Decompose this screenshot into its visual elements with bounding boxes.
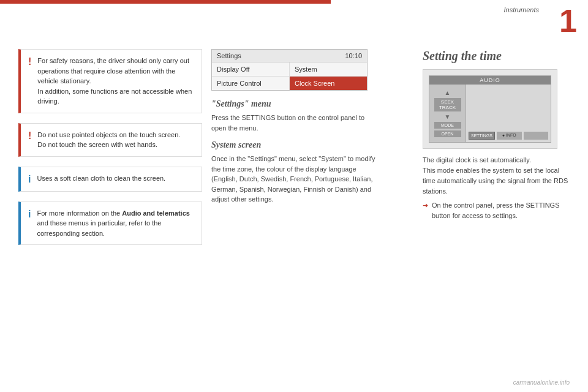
radio-buttons-area: ▲ SEEKTRACK ▼ MODE OPEN SETTINGS ● INFO: [429, 85, 551, 142]
settings-row-1: Display Off System: [212, 62, 367, 77]
open-button[interactable]: OPEN: [434, 130, 461, 137]
danger-icon-2: !: [28, 130, 31, 141]
info-icon-1: i: [28, 174, 31, 185]
warning-text-3: Uses a soft clean cloth to clean the scr…: [37, 173, 165, 184]
right-title: Setting the time: [423, 49, 570, 63]
extra-button[interactable]: [524, 132, 549, 140]
system-screen-title: System screen: [211, 140, 377, 150]
settings-cell-system: System: [290, 62, 367, 76]
settings-cell-clock-screen: Clock Screen: [290, 77, 367, 90]
seek-track-button[interactable]: SEEKTRACK: [434, 98, 461, 111]
radio-right-panel: SETTINGS ● INFO: [466, 85, 551, 142]
warning-box-2: ! Do not use pointed objects on the touc…: [18, 123, 202, 157]
settings-row-2: Picture Control Clock Screen: [212, 77, 367, 90]
arrow-point-text: On the control panel, press the SETTINGS…: [432, 200, 570, 221]
arrow-point: ➜ On the control panel, press the SETTIN…: [423, 200, 570, 221]
warning-box-4: i For more information on the Audio and …: [18, 202, 202, 246]
watermark: carmanualonline.info: [513, 379, 570, 386]
warning-box-3: i Uses a soft clean cloth to clean the s…: [18, 167, 202, 192]
arrow-down-icon: ▼: [445, 113, 451, 120]
settings-button[interactable]: SETTINGS: [469, 132, 495, 140]
system-screen-body: Once in the "Settings" menu, select "Sys…: [211, 154, 377, 205]
top-label: Instruments: [504, 6, 539, 13]
warning-text-4: For more information on the Audio and te…: [37, 208, 194, 239]
warning-text-2: Do not use pointed objects on the touch …: [37, 130, 180, 150]
settings-cell-display-off: Display Off: [212, 62, 290, 76]
right-column: Setting the time AUDIO ▲ SEEKTRACK ▼ MOD…: [423, 49, 570, 221]
mode-button[interactable]: MODE: [434, 122, 461, 129]
radio-audio-label: AUDIO: [429, 76, 551, 85]
top-red-bar: [0, 0, 331, 4]
settings-header-right: 10:10: [345, 52, 362, 59]
middle-column: Settings 10:10 Display Off System Pictur…: [211, 49, 377, 212]
info-button[interactable]: ● INFO: [497, 132, 522, 140]
settings-header: Settings 10:10: [212, 50, 367, 62]
warning-text-1: For safety reasons, the driver should on…: [37, 56, 194, 107]
warning-box-1: ! For safety reasons, the driver should …: [18, 49, 202, 113]
settings-menu-body: Press the SETTINGS button on the control…: [211, 113, 377, 133]
chapter-number: 1: [559, 5, 577, 37]
settings-cell-picture-control: Picture Control: [212, 77, 290, 90]
radio-left-panel: ▲ SEEKTRACK ▼ MODE OPEN: [429, 85, 466, 142]
settings-header-left: Settings: [217, 52, 241, 59]
radio-bottom-buttons: SETTINGS ● INFO: [469, 132, 548, 140]
left-column: ! For safety reasons, the driver should …: [18, 49, 202, 255]
info-icon-2: i: [28, 209, 31, 220]
arrow-symbol: ➜: [423, 200, 428, 211]
danger-icon-1: !: [28, 56, 31, 67]
radio-inner: AUDIO ▲ SEEKTRACK ▼ MODE OPEN SETTINGS ●…: [429, 75, 551, 143]
settings-screen: Settings 10:10 Display Off System Pictur…: [211, 49, 368, 91]
right-body-main: The digital clock is set automatically. …: [423, 155, 570, 197]
arrow-up-icon: ▲: [445, 89, 451, 96]
right-body: The digital clock is set automatically. …: [423, 155, 570, 221]
radio-image: AUDIO ▲ SEEKTRACK ▼ MODE OPEN SETTINGS ●…: [423, 69, 557, 149]
settings-menu-title: "Settings" menu: [211, 99, 377, 109]
